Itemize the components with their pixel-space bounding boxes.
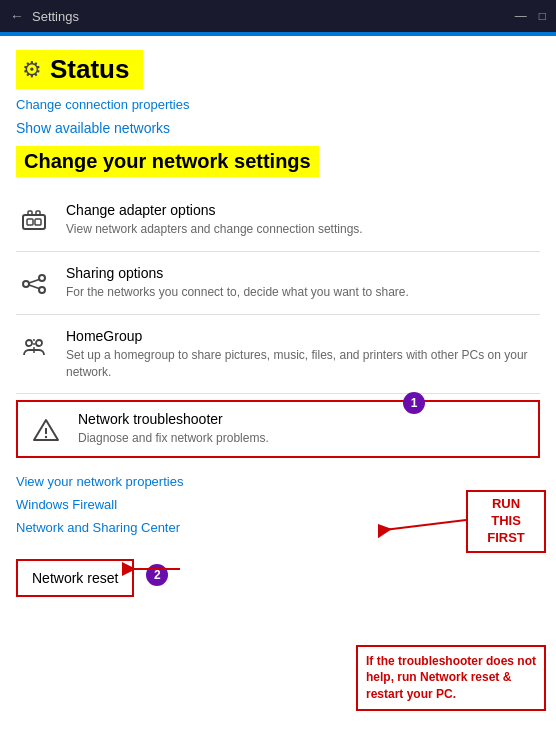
title-bar-title: Settings	[32, 9, 79, 24]
sharing-text: Sharing options For the networks you con…	[66, 264, 540, 301]
svg-rect-5	[27, 219, 33, 225]
status-highlight: ⚙ Status	[16, 50, 143, 89]
svg-rect-6	[35, 219, 41, 225]
adapter-text: Change adapter options View network adap…	[66, 201, 540, 238]
links-section: View your network properties Windows Fir…	[16, 468, 540, 549]
adapter-icon	[16, 203, 52, 239]
arrow-reset	[122, 559, 182, 579]
svg-rect-2	[36, 211, 40, 215]
divider-3	[16, 393, 540, 394]
svg-rect-1	[28, 211, 32, 215]
gear-icon: ⚙	[22, 57, 42, 83]
divider-1	[16, 251, 540, 252]
title-bar-left: ← Settings	[10, 8, 79, 24]
troubleshooter-title: Network troubleshooter	[78, 410, 528, 428]
svg-point-7	[23, 281, 29, 287]
troubleshooter-text: Network troubleshooter Diagnose and fix …	[78, 410, 528, 447]
status-header: ⚙ Status	[16, 36, 540, 97]
badge-1: 1	[403, 392, 425, 414]
status-title: Status	[50, 54, 129, 85]
svg-point-13	[36, 340, 42, 346]
homegroup-icon	[16, 329, 52, 365]
troubleshooter-desc: Diagnose and fix network problems.	[78, 430, 528, 447]
homegroup-item[interactable]: HomeGroup Set up a homegroup to share pi…	[16, 317, 540, 391]
run-this-first-annotation: RUN THIS FIRST	[466, 490, 546, 553]
network-sharing-center-link[interactable]: Network and Sharing Center	[16, 520, 540, 535]
view-network-properties-link[interactable]: View your network properties	[16, 474, 540, 489]
svg-point-16	[45, 436, 47, 438]
svg-point-8	[39, 275, 45, 281]
troubleshooter-icon	[28, 412, 64, 448]
network-troubleshooter-item[interactable]: Network troubleshooter Diagnose and fix …	[16, 400, 540, 458]
windows-firewall-link[interactable]: Windows Firewall	[16, 497, 540, 512]
title-bar: ← Settings — □	[0, 0, 556, 32]
title-bar-controls: — □	[515, 9, 546, 23]
reset-area: Network reset 2	[16, 553, 540, 607]
reset-annotation: If the troubleshooter does not help, run…	[356, 645, 546, 711]
svg-point-12	[26, 340, 32, 346]
svg-line-11	[29, 285, 39, 289]
adapter-desc: View network adapters and change connect…	[66, 221, 540, 238]
network-reset-label: Network reset	[32, 569, 118, 587]
divider-2	[16, 314, 540, 315]
change-adapter-item[interactable]: Change adapter options View network adap…	[16, 191, 540, 249]
homegroup-desc: Set up a homegroup to share pictures, mu…	[66, 347, 540, 381]
homegroup-title: HomeGroup	[66, 327, 540, 345]
show-available-networks-link[interactable]: Show available networks	[16, 120, 540, 136]
network-reset-item[interactable]: Network reset	[16, 559, 134, 597]
change-connection-link[interactable]: Change connection properties	[16, 97, 540, 112]
homegroup-text: HomeGroup Set up a homegroup to share pi…	[66, 327, 540, 381]
sharing-options-item[interactable]: Sharing options For the networks you con…	[16, 254, 540, 312]
sharing-title: Sharing options	[66, 264, 540, 282]
svg-line-10	[29, 280, 39, 284]
sharing-icon	[16, 266, 52, 302]
adapter-title: Change adapter options	[66, 201, 540, 219]
maximize-button[interactable]: □	[539, 9, 546, 23]
minimize-button[interactable]: —	[515, 9, 527, 23]
svg-point-9	[39, 287, 45, 293]
change-network-heading: Change your network settings	[16, 146, 319, 177]
back-button[interactable]: ←	[10, 8, 24, 24]
sharing-desc: For the networks you connect to, decide …	[66, 284, 540, 301]
